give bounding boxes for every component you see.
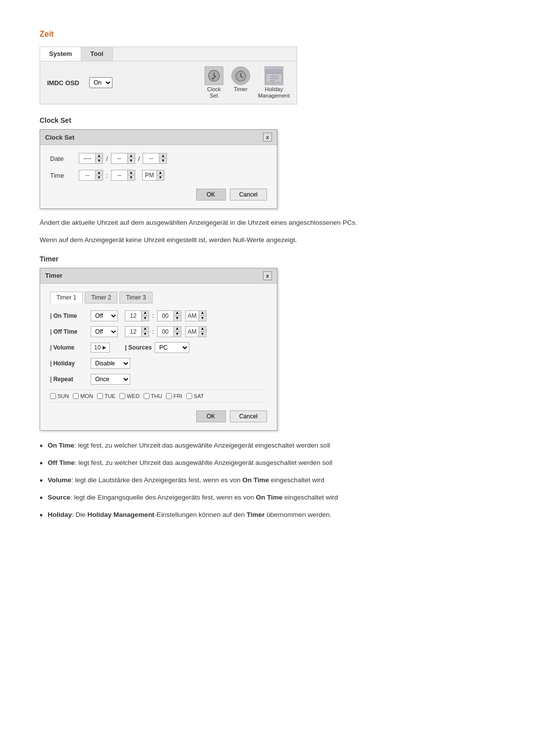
timer-tab3[interactable]: Timer 3 [119, 292, 152, 303]
off-time-hour-up[interactable]: ▲ [142, 327, 149, 332]
holiday-icon [265, 66, 283, 85]
clock-set-icon-item[interactable]: ClockSet [205, 66, 223, 99]
holiday-icon-item[interactable]: HolidayManagement [258, 66, 290, 99]
timer-dialog: Timer x Timer 1 Timer 2 Timer 3 | On Tim… [40, 268, 277, 431]
date-sep2: / [137, 155, 141, 162]
on-time-hour-down[interactable]: ▼ [142, 316, 149, 321]
holiday-label: HolidayManagement [258, 86, 290, 99]
clock-set-label: ClockSet [207, 86, 221, 99]
time-ampm-down[interactable]: ▼ [157, 175, 164, 180]
on-time-select[interactable]: Off On [91, 310, 118, 321]
bullet-dot-3: • [40, 474, 43, 488]
bullet-2-text: Off Time: legt fest, zu welcher Uhrzeit … [48, 458, 332, 468]
day-thu[interactable]: THU [144, 393, 162, 399]
time-label: Time [50, 172, 75, 179]
day-tue[interactable]: TUE [97, 393, 115, 399]
time-val1: -- [79, 171, 95, 180]
volume-control[interactable]: 10 ▶ [91, 343, 110, 353]
clock-desc2: Wenn auf dem Anzeigegerät keine Uhrzeit … [40, 235, 466, 245]
svg-rect-4 [239, 70, 242, 72]
clock-close-button[interactable]: x [263, 133, 272, 142]
bullet-dot-4: • [40, 492, 43, 505]
timer-icon [231, 66, 250, 85]
on-time-min-up[interactable]: ▲ [174, 311, 181, 316]
day-checkboxes: SUN MON TUE WED THU [50, 390, 267, 403]
off-time-min-down[interactable]: ▼ [174, 332, 181, 337]
date-val2-up[interactable]: ▲ [128, 153, 135, 158]
day-mon[interactable]: MON [73, 393, 93, 399]
date-val1-up[interactable]: ▲ [96, 153, 103, 158]
on-time-min: 00 [158, 311, 173, 320]
time-val2-up[interactable]: ▲ [128, 170, 135, 175]
on-time-min-down[interactable]: ▼ [174, 316, 181, 321]
off-time-min-up[interactable]: ▲ [174, 327, 181, 332]
sources-select[interactable]: PC HDMI AV [155, 342, 189, 353]
timer-dialog-title: Timer [45, 272, 62, 279]
off-time-label: | Off Time [50, 328, 86, 335]
zeit-title: Zeit [40, 30, 495, 39]
system-panel: System Tool IMDC OSD On Off ClockS [40, 47, 297, 104]
clock-cancel-button[interactable]: Cancel [230, 189, 267, 201]
time-ampm: PM [143, 171, 157, 180]
sources-label: Sources [125, 344, 152, 351]
day-sat[interactable]: SAT [186, 393, 204, 399]
bullet-dot-2: • [40, 457, 43, 470]
on-time-ampm: AM [186, 311, 199, 320]
on-time-sep: : [151, 312, 155, 319]
day-wed[interactable]: WED [119, 393, 140, 399]
timer-ok-button[interactable]: OK [196, 410, 226, 422]
clock-set-dialog: Clock Set x Date ---- ▲ ▼ / -- ▲ [40, 129, 277, 209]
tool-tab[interactable]: Tool [81, 47, 112, 61]
off-time-ampm-up[interactable]: ▲ [199, 327, 206, 332]
timer-close-button[interactable]: x [263, 271, 272, 280]
timer-icon-item[interactable]: Timer [231, 66, 250, 99]
bullet-1-text: On Time: legt fest, zu welcher Uhrzeit d… [48, 441, 330, 451]
timer-tab2[interactable]: Timer 2 [85, 292, 117, 303]
volume-label: | Volume [50, 344, 86, 351]
holiday-select[interactable]: Disable Enable [91, 358, 130, 369]
bullet-list: • On Time: legt fest, zu welcher Uhrzeit… [40, 441, 495, 522]
date-val2-down[interactable]: ▼ [128, 158, 135, 163]
date-val1: ---- [79, 154, 95, 163]
timer-section-title: Timer [40, 255, 495, 263]
bullet-item-2: • Off Time: legt fest, zu welcher Uhrzei… [40, 458, 495, 470]
on-time-ampm-up[interactable]: ▲ [199, 311, 206, 316]
bullet-5-text: Holiday: Die Holiday Management-Einstell… [48, 510, 331, 520]
date-label: Date [50, 155, 75, 162]
mdc-osd-select[interactable]: On Off [89, 77, 112, 88]
bullet-dot-5: • [40, 509, 43, 522]
time-val1-up[interactable]: ▲ [96, 170, 103, 175]
clock-dialog-title: Clock Set [45, 134, 74, 141]
time-val2-down[interactable]: ▼ [128, 175, 135, 180]
time-ampm-up[interactable]: ▲ [157, 170, 164, 175]
off-time-ampm-down[interactable]: ▼ [199, 332, 206, 337]
timer-cancel-button[interactable]: Cancel [230, 410, 267, 422]
repeat-label: | Repeat [50, 376, 86, 383]
bullet-3-text: Volume: legt die Lautstärke des Anzeigeg… [48, 475, 324, 485]
bullet-item-3: • Volume: legt die Lautstärke des Anzeig… [40, 475, 495, 488]
on-time-label: | On Time [50, 312, 86, 319]
volume-value: 10 [94, 344, 101, 351]
holiday-row-label: | Holiday [50, 360, 86, 367]
bullet-item-1: • On Time: legt fest, zu welcher Uhrzeit… [40, 441, 495, 453]
on-time-hour-up[interactable]: ▲ [142, 311, 149, 316]
off-time-hour-down[interactable]: ▼ [142, 332, 149, 337]
date-val3-up[interactable]: ▲ [160, 153, 166, 158]
on-time-ampm-down[interactable]: ▼ [199, 316, 206, 321]
timer-tab1[interactable]: Timer 1 [50, 292, 83, 303]
date-val3-down[interactable]: ▼ [160, 158, 166, 163]
day-fri[interactable]: FRI [166, 393, 182, 399]
volume-arrow[interactable]: ▶ [103, 345, 107, 350]
off-time-select[interactable]: Off On [91, 326, 118, 337]
bullet-4-text: Source: legt die Eingangsquelle des Anze… [48, 493, 338, 503]
clock-set-icon [205, 66, 223, 85]
system-tab[interactable]: System [40, 47, 81, 61]
clock-ok-button[interactable]: OK [196, 189, 226, 201]
off-time-sep: : [151, 328, 155, 335]
on-time-hour: 12 [125, 311, 141, 320]
repeat-select[interactable]: Once Everyday Mon-Fri Mon-Sat Sat-Sun Ma… [91, 374, 130, 385]
time-val1-down[interactable]: ▼ [96, 175, 103, 180]
day-sun[interactable]: SUN [50, 393, 69, 399]
off-time-min: 00 [158, 327, 173, 336]
date-val1-down[interactable]: ▼ [96, 158, 103, 163]
